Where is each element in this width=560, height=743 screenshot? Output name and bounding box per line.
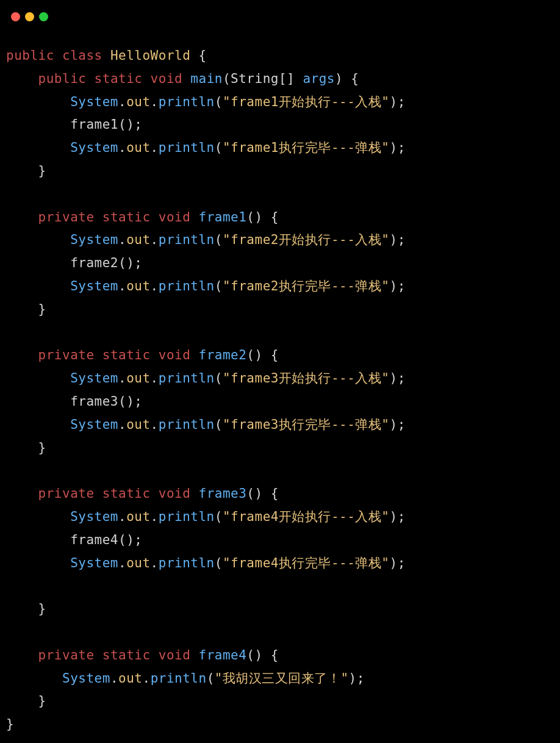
semicolon: ; (398, 509, 406, 524)
semicolon: ; (398, 279, 406, 293)
parens: () (118, 256, 134, 270)
ident-system: System (70, 95, 118, 109)
string-literal: "frame4开始执行---入栈" (223, 509, 390, 524)
semicolon: ; (134, 533, 142, 547)
dot: . (151, 140, 159, 155)
brace-close: } (38, 440, 46, 455)
code-window: public class HelloWorld { public static … (0, 0, 560, 743)
paren-open: ( (215, 371, 223, 386)
paren-close: ) (390, 371, 398, 386)
method-main: main (190, 71, 223, 86)
paren-close: ) (335, 71, 343, 86)
paren-close: ) (390, 556, 398, 570)
paren-open: ( (207, 671, 215, 686)
semicolon: ; (398, 371, 406, 386)
keyword-void: void (159, 348, 191, 362)
keyword-static: static (102, 648, 151, 662)
method-println: println (159, 371, 215, 386)
call-frame3: frame3 (70, 394, 118, 409)
method-println: println (159, 509, 215, 524)
code-content: public class HelloWorld { public static … (0, 27, 560, 742)
brace-close: } (38, 302, 46, 317)
paren-open: ( (215, 279, 223, 293)
semicolon: ; (134, 256, 142, 270)
method-frame1: frame1 (199, 210, 247, 224)
brace-close: } (38, 601, 46, 616)
dot: . (118, 509, 126, 524)
brace-open: { (271, 486, 279, 501)
paren-close: ) (390, 509, 398, 524)
ident-system: System (70, 232, 118, 247)
parens: () (246, 210, 262, 224)
method-println: println (159, 279, 215, 293)
field-out: out (126, 232, 150, 247)
paren-open: ( (223, 71, 231, 86)
dot: . (118, 371, 126, 386)
dot: . (118, 140, 126, 155)
brace-open: { (198, 48, 206, 63)
parens: () (118, 533, 134, 547)
field-out: out (126, 556, 150, 570)
field-out: out (126, 417, 150, 432)
paren-open: ( (215, 232, 223, 247)
ident-system: System (70, 509, 118, 524)
method-println: println (159, 232, 215, 247)
paren-close: ) (390, 279, 398, 293)
semicolon: ; (398, 556, 406, 570)
dot: . (118, 417, 126, 432)
parens: () (246, 648, 262, 662)
keyword-void: void (159, 210, 191, 224)
dot: . (151, 556, 159, 570)
minimize-icon[interactable] (25, 12, 34, 21)
close-icon[interactable] (11, 12, 20, 21)
dot: . (118, 279, 126, 293)
method-frame2: frame2 (199, 348, 247, 362)
field-out: out (126, 371, 150, 386)
string-literal: "frame2开始执行---入栈" (223, 232, 390, 247)
keyword-private: private (38, 486, 95, 501)
paren-close: ) (390, 417, 398, 432)
ident-system: System (70, 279, 118, 293)
brace-open: { (271, 648, 279, 662)
paren-close: ) (390, 140, 398, 155)
keyword-static: static (95, 71, 143, 86)
parens: () (118, 394, 134, 409)
dot: . (118, 232, 126, 247)
paren-close: ) (390, 232, 398, 247)
semicolon: ; (398, 232, 406, 247)
field-out: out (118, 671, 142, 686)
paren-close: ) (390, 95, 398, 109)
type-string: String (231, 71, 279, 86)
keyword-void: void (159, 648, 191, 662)
ident-system: System (70, 556, 118, 570)
brace-close: } (38, 163, 46, 178)
semicolon: ; (398, 95, 406, 109)
keyword-private: private (38, 348, 95, 362)
dot: . (151, 279, 159, 293)
ident-system: System (62, 671, 110, 686)
dot: . (151, 95, 159, 109)
window-titlebar (0, 0, 560, 27)
dot: . (151, 371, 159, 386)
string-literal: "frame4执行完毕---弹栈" (223, 556, 390, 570)
parens: () (118, 117, 134, 132)
semicolon: ; (398, 417, 406, 432)
parens: () (246, 348, 262, 362)
paren-close: ) (349, 671, 357, 686)
dot: . (151, 509, 159, 524)
param-args: args (303, 71, 335, 86)
semicolon: ; (357, 671, 365, 686)
field-out: out (126, 140, 150, 155)
call-frame1: frame1 (70, 117, 118, 132)
string-literal: "我胡汉三又回来了！" (215, 671, 349, 686)
method-frame4: frame4 (199, 648, 247, 662)
maximize-icon[interactable] (39, 12, 48, 21)
keyword-public: public (6, 48, 54, 63)
method-frame3: frame3 (199, 486, 247, 501)
dot: . (118, 95, 126, 109)
keyword-static: static (102, 486, 151, 501)
field-out: out (126, 95, 150, 109)
method-println: println (151, 671, 207, 686)
keyword-static: static (102, 210, 151, 224)
dot: . (151, 232, 159, 247)
